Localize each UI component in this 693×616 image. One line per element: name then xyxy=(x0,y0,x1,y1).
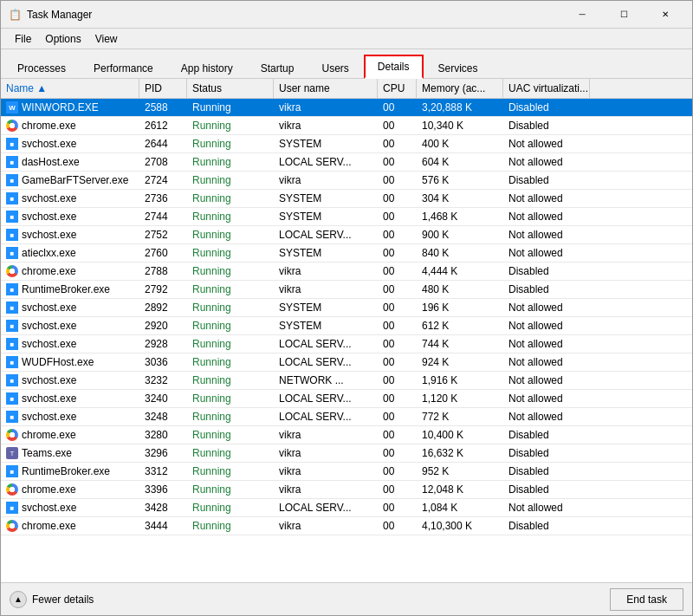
table-row[interactable]: chrome.exe 3396 Running vikra 00 12,048 … xyxy=(1,481,692,499)
cell-name: chrome.exe xyxy=(1,263,139,280)
table-row[interactable]: ■ svchost.exe 2928 Running LOCAL SERV...… xyxy=(1,335,692,353)
col-user[interactable]: User name xyxy=(274,79,378,98)
table-row[interactable]: ■ svchost.exe 3240 Running LOCAL SERV...… xyxy=(1,390,692,408)
cell-status: Running xyxy=(187,481,274,498)
tab-services[interactable]: Services xyxy=(425,57,491,79)
cell-uac: Not allowed xyxy=(503,226,590,243)
cell-uac: Not allowed xyxy=(503,244,590,262)
menu-file[interactable]: File xyxy=(8,31,38,47)
cell-user: vikra xyxy=(274,426,378,444)
table-row[interactable]: ■ atieclxx.exe 2760 Running SYSTEM 00 84… xyxy=(1,244,692,263)
cell-user: vikra xyxy=(274,463,378,480)
cell-status: Running xyxy=(187,353,274,371)
cell-pid: 3444 xyxy=(139,517,187,535)
cell-cpu: 00 xyxy=(378,481,417,498)
table-row[interactable]: chrome.exe 2788 Running vikra 00 4,444 K… xyxy=(1,263,692,281)
cell-uac: Disabled xyxy=(503,281,590,298)
table-row[interactable]: chrome.exe 3444 Running vikra 00 4,10,30… xyxy=(1,517,692,535)
cell-uac: Not allowed xyxy=(503,408,590,425)
table-row[interactable]: ■ RuntimeBroker.exe 3312 Running vikra 0… xyxy=(1,463,692,481)
col-name[interactable]: Name ▲ xyxy=(1,79,139,98)
cell-memory: 576 K xyxy=(417,172,503,189)
table-row[interactable]: ■ svchost.exe 2744 Running SYSTEM 00 1,4… xyxy=(1,208,692,226)
menu-options[interactable]: Options xyxy=(38,31,87,47)
cell-status: Running xyxy=(187,426,274,444)
table-body[interactable]: W WINWORD.EXE 2588 Running vikra 00 3,20… xyxy=(1,99,692,582)
table-row[interactable]: ■ WUDFHost.exe 3036 Running LOCAL SERV..… xyxy=(1,353,692,372)
table-row[interactable]: chrome.exe 3280 Running vikra 00 10,400 … xyxy=(1,426,692,444)
cell-memory: 196 K xyxy=(417,299,503,316)
tab-users[interactable]: Users xyxy=(308,57,361,79)
col-memory[interactable]: Memory (ac... xyxy=(417,79,503,98)
cell-memory: 4,10,300 K xyxy=(417,517,503,535)
close-button[interactable]: ✕ xyxy=(645,6,685,23)
process-name: svchost.exe xyxy=(22,229,76,241)
cell-cpu: 00 xyxy=(378,135,417,152)
tab-performance[interactable]: Performance xyxy=(81,57,166,79)
cell-name: ■ RuntimeBroker.exe xyxy=(1,463,139,480)
tab-app-history[interactable]: App history xyxy=(168,57,246,79)
process-icon: ■ xyxy=(6,320,18,332)
maximize-button[interactable]: ☐ xyxy=(604,6,644,23)
col-status[interactable]: Status xyxy=(187,79,274,98)
cell-cpu: 00 xyxy=(378,244,417,262)
cell-uac: Disabled xyxy=(503,117,590,134)
end-task-button[interactable]: End task xyxy=(610,588,683,611)
cell-user: vikra xyxy=(274,172,378,189)
cell-uac: Not allowed xyxy=(503,499,590,516)
table-row[interactable]: ■ RuntimeBroker.exe 2792 Running vikra 0… xyxy=(1,281,692,299)
cell-memory: 3,20,888 K xyxy=(417,99,503,116)
table-row[interactable]: W WINWORD.EXE 2588 Running vikra 00 3,20… xyxy=(1,99,692,117)
table-row[interactable]: ■ svchost.exe 3232 Running NETWORK ... 0… xyxy=(1,372,692,390)
table-row[interactable]: T Teams.exe 3296 Running vikra 00 16,632… xyxy=(1,444,692,463)
table-row[interactable]: ■ dasHost.exe 2708 Running LOCAL SERV...… xyxy=(1,153,692,172)
table-row[interactable]: ■ svchost.exe 3428 Running LOCAL SERV...… xyxy=(1,499,692,517)
cell-cpu: 00 xyxy=(378,299,417,316)
cell-memory: 1,120 K xyxy=(417,390,503,407)
table-row[interactable]: ■ svchost.exe 3248 Running LOCAL SERV...… xyxy=(1,408,692,426)
col-cpu[interactable]: CPU xyxy=(378,79,417,98)
tab-startup[interactable]: Startup xyxy=(248,57,308,79)
cell-user: SYSTEM xyxy=(274,208,378,225)
table-row[interactable]: ■ GameBarFTServer.exe 2724 Running vikra… xyxy=(1,172,692,190)
col-pid[interactable]: PID xyxy=(139,79,187,98)
cell-cpu: 00 xyxy=(378,263,417,280)
table-row[interactable]: ■ svchost.exe 2892 Running SYSTEM 00 196… xyxy=(1,299,692,317)
tab-details[interactable]: Details xyxy=(364,55,424,79)
cell-pid: 2892 xyxy=(139,299,187,316)
cell-uac: Disabled xyxy=(503,172,590,189)
cell-cpu: 00 xyxy=(378,99,417,116)
cell-status: Running xyxy=(187,335,274,353)
fewer-details-button[interactable]: ▲ Fewer details xyxy=(10,591,94,608)
cell-uac: Disabled xyxy=(503,517,590,535)
menu-view[interactable]: View xyxy=(88,31,125,47)
table-row[interactable]: ■ svchost.exe 2920 Running SYSTEM 00 612… xyxy=(1,317,692,335)
cell-uac: Disabled xyxy=(503,263,590,280)
cell-memory: 304 K xyxy=(417,190,503,207)
cell-status: Running xyxy=(187,208,274,225)
cell-pid: 3232 xyxy=(139,372,187,389)
process-icon: ■ xyxy=(6,356,18,368)
footer: ▲ Fewer details End task xyxy=(1,582,692,615)
cell-cpu: 00 xyxy=(378,281,417,298)
cell-uac: Disabled xyxy=(503,481,590,498)
cell-name: ■ svchost.exe xyxy=(1,335,139,353)
cell-pid: 2588 xyxy=(139,99,187,116)
cell-uac: Not allowed xyxy=(503,335,590,353)
cell-status: Running xyxy=(187,99,274,116)
cell-memory: 744 K xyxy=(417,335,503,353)
cell-name: ■ svchost.exe xyxy=(1,226,139,243)
cell-pid: 3248 xyxy=(139,408,187,425)
table-row[interactable]: ■ svchost.exe 2644 Running SYSTEM 00 400… xyxy=(1,135,692,153)
process-icon: ■ xyxy=(6,283,18,295)
table-row[interactable]: ■ svchost.exe 2752 Running LOCAL SERV...… xyxy=(1,226,692,244)
col-uac[interactable]: UAC virtualizati... xyxy=(503,79,590,98)
cell-uac: Not allowed xyxy=(503,390,590,407)
process-name: RuntimeBroker.exe xyxy=(22,465,110,477)
minimize-button[interactable]: ─ xyxy=(562,6,602,23)
table-row[interactable]: ■ svchost.exe 2736 Running SYSTEM 00 304… xyxy=(1,190,692,208)
process-name: svchost.exe xyxy=(22,192,76,204)
table-row[interactable]: chrome.exe 2612 Running vikra 00 10,340 … xyxy=(1,117,692,135)
tab-processes[interactable]: Processes xyxy=(4,57,79,79)
cell-pid: 2612 xyxy=(139,117,187,134)
